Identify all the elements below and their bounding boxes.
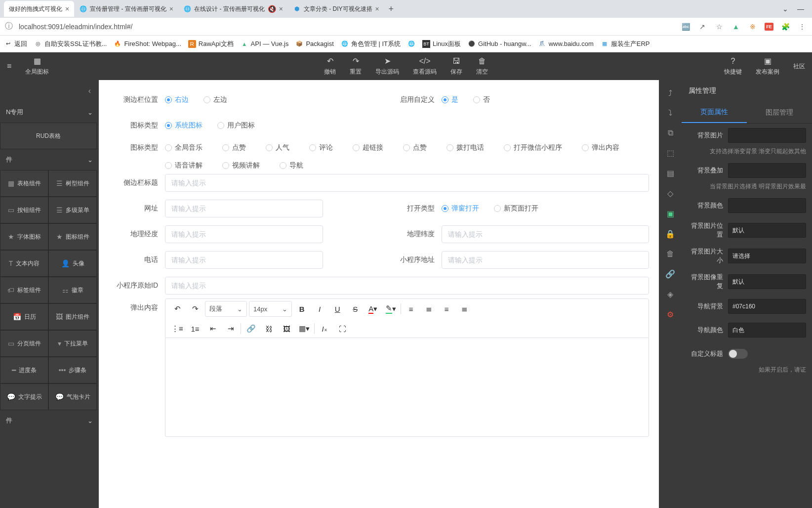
copy-icon[interactable]: ⧉ xyxy=(668,128,673,137)
share-icon[interactable]: ↗ xyxy=(697,22,707,32)
star-icon[interactable]: ☆ xyxy=(714,22,724,32)
component-item[interactable]: ☰树型组件 xyxy=(48,170,97,197)
publish-button[interactable]: ▣发布案例 xyxy=(749,52,786,80)
plugin-icon[interactable]: ⬚ xyxy=(667,148,674,158)
format-select[interactable]: 段落⌄ xyxy=(205,301,247,317)
underline-button[interactable]: U xyxy=(329,301,345,317)
property-input[interactable] xyxy=(728,274,806,289)
gear-icon[interactable]: ⚙ xyxy=(667,310,674,319)
radio-option[interactable]: 拨打电话 xyxy=(447,143,484,152)
menu-icon[interactable]: ⋮ xyxy=(797,22,807,32)
editor-redo-button[interactable]: ↷ xyxy=(187,301,203,317)
browser-tab[interactable]: 🌐 宣传册管理 - 宣传画册可视化 × xyxy=(74,1,178,17)
radio-option[interactable]: 导航 xyxy=(280,161,303,170)
bookmark-item[interactable]: BTLinux面板 xyxy=(422,40,461,48)
radio-option[interactable]: 打开微信小程序 xyxy=(504,143,562,152)
fe-helper-icon[interactable]: FE xyxy=(765,23,773,31)
sidebar-title-input[interactable] xyxy=(165,174,649,192)
radio-system-icon[interactable]: 系统图标 xyxy=(165,121,203,130)
component-item[interactable]: •••步骤条 xyxy=(48,357,97,383)
component-item[interactable]: ☰多级菜单 xyxy=(48,197,97,223)
new-tab-button[interactable]: + xyxy=(384,2,398,16)
move-bottom-icon[interactable]: ⤵ xyxy=(668,109,672,118)
community-button[interactable]: 社区 xyxy=(786,52,812,80)
save-button[interactable]: 🖫保存 xyxy=(444,52,469,80)
minimize-icon[interactable]: — xyxy=(797,5,804,13)
browser-tab[interactable]: 做好的拖拽式可视化 × xyxy=(4,1,74,17)
move-top-icon[interactable]: ⤴ xyxy=(668,89,672,98)
reset-button[interactable]: ↷重置 xyxy=(343,52,368,80)
category-header[interactable]: 件⌄ xyxy=(0,149,99,170)
miniprogram-id-input[interactable] xyxy=(165,277,649,295)
close-icon[interactable]: × xyxy=(375,5,379,13)
rich-editor-content[interactable] xyxy=(165,338,649,437)
bookmark-item[interactable]: ↩返回 xyxy=(4,40,27,48)
outdent-button[interactable]: ⇤ xyxy=(205,321,221,337)
component-item[interactable]: ▭按钮组件 xyxy=(0,197,48,223)
bookmark-item[interactable]: ◎自助安装SSL证书教... xyxy=(34,40,107,48)
fullscreen-button[interactable]: ⛶ xyxy=(334,321,350,337)
align-center-button[interactable]: ≣ xyxy=(421,301,437,317)
image-button[interactable]: 🖼 xyxy=(279,321,294,337)
radio-no[interactable]: 否 xyxy=(473,95,490,104)
puzzle-icon[interactable]: 🧩 xyxy=(780,22,790,32)
property-input[interactable] xyxy=(728,323,806,338)
bookmark-item[interactable]: 爪www.baidu.com xyxy=(538,40,594,48)
export-source-button[interactable]: ➤导出源码 xyxy=(368,52,406,80)
bookmark-item[interactable]: 🌐 xyxy=(407,40,415,48)
view-source-button[interactable]: </>查看源码 xyxy=(406,52,444,80)
clear-format-button[interactable]: Iₓ xyxy=(317,321,332,337)
lock-icon[interactable]: 🔒 xyxy=(665,229,675,239)
form-icon[interactable]: ▣ xyxy=(667,209,674,218)
property-input[interactable] xyxy=(728,223,806,238)
category-header[interactable]: N专用⌄ xyxy=(0,102,99,123)
radio-popup-open[interactable]: 弹窗打开 xyxy=(442,204,479,213)
component-item[interactable]: ▾下拉菜单 xyxy=(48,330,97,357)
italic-button[interactable]: I xyxy=(312,301,327,317)
trash-icon[interactable]: 🗑 xyxy=(666,250,674,258)
radio-yes[interactable]: 是 xyxy=(442,95,458,104)
translate-icon[interactable]: 🔤 xyxy=(681,22,690,32)
component-item[interactable]: 👤头像 xyxy=(48,250,97,277)
browser-tab[interactable]: ⬢ 文章分类 - DIY可视化速搭 × xyxy=(288,1,384,17)
property-input[interactable] xyxy=(728,299,806,314)
link-icon[interactable]: 🔗 xyxy=(665,269,675,279)
align-left-button[interactable]: ≡ xyxy=(403,301,419,317)
toggle-switch[interactable] xyxy=(728,349,748,359)
browser-tab[interactable]: 🌐 在线设计 - 宣传画册可视化 🔇 × xyxy=(178,1,288,17)
bookmark-item[interactable]: ⚫GitHub - huangw... xyxy=(468,40,531,48)
close-icon[interactable]: × xyxy=(65,5,69,13)
indent-button[interactable]: ⇥ xyxy=(223,321,239,337)
tab-page-props[interactable]: 页面属性 xyxy=(682,102,747,123)
radio-option[interactable]: 评论 xyxy=(309,143,333,152)
radio-left[interactable]: 左边 xyxy=(203,95,227,104)
latitude-input[interactable] xyxy=(442,225,649,243)
clear-button[interactable]: 🗑清空 xyxy=(469,52,495,80)
bookmark-item[interactable]: ▲API — Vue.js xyxy=(241,40,289,48)
layers-icon[interactable]: ◈ xyxy=(667,290,673,299)
bookmark-item[interactable]: RRawApi文档 xyxy=(188,40,234,48)
bug-icon[interactable]: ※ xyxy=(748,22,758,32)
align-justify-button[interactable]: ≣ xyxy=(456,301,472,317)
radio-option[interactable]: 人气 xyxy=(266,143,289,152)
vue-devtools-icon[interactable]: ▲ xyxy=(731,22,741,32)
radio-option[interactable]: 超链接 xyxy=(353,143,383,152)
component-item[interactable]: ▦表格组件 xyxy=(0,170,48,197)
doc-icon[interactable]: ▤ xyxy=(667,169,674,178)
bold-button[interactable]: B xyxy=(294,301,310,317)
property-input[interactable] xyxy=(728,163,806,178)
longitude-input[interactable] xyxy=(165,225,323,243)
mute-icon[interactable]: 🔇 xyxy=(268,5,276,13)
list-ol-button[interactable]: 1≡ xyxy=(187,321,203,337)
chevron-down-icon[interactable]: ⌄ xyxy=(782,5,788,13)
table-button[interactable]: ▦▾ xyxy=(296,321,312,337)
link-button[interactable]: 🔗 xyxy=(243,321,259,337)
collapse-button[interactable]: ‹ xyxy=(0,80,99,102)
tab-layer-mgmt[interactable]: 图层管理 xyxy=(747,102,812,123)
radio-option[interactable]: 语音讲解 xyxy=(165,161,203,170)
undo-button[interactable]: ↶撤销 xyxy=(317,52,343,80)
component-item[interactable]: ⚏徽章 xyxy=(48,277,97,303)
info-icon[interactable]: ⓘ xyxy=(5,21,13,32)
component-item[interactable]: ━进度条 xyxy=(0,357,48,383)
component-item[interactable]: 🖼图片组件 xyxy=(48,303,97,330)
